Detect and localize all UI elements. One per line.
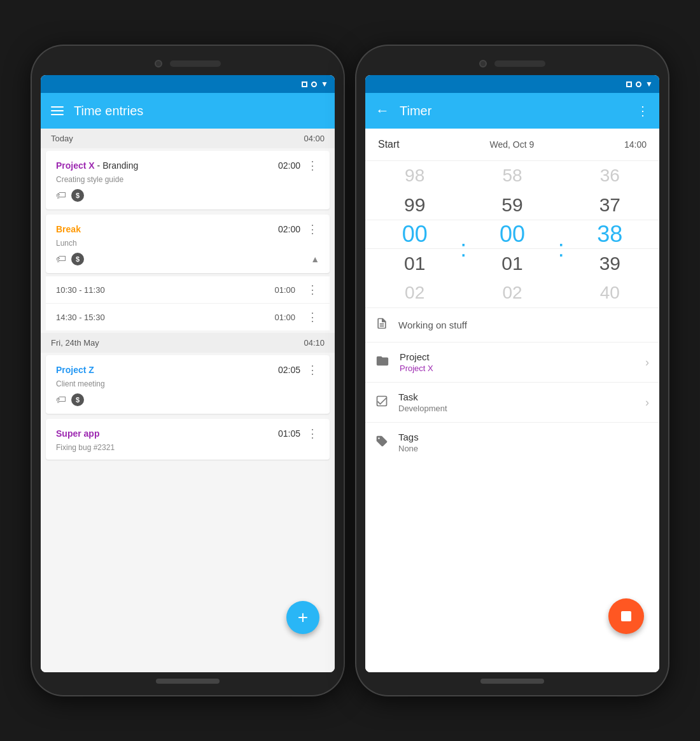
sub-entry-time-1: 10:30 - 11:30	[56, 285, 105, 295]
tag-icon-z: 🏷	[56, 394, 66, 406]
entry-row-break: Break 02:00 ⋮	[56, 222, 319, 236]
phone-2: ▼ ← Timer ⋮ Start Wed, Oct 9 14:00	[356, 46, 668, 695]
task-branding: Branding	[102, 160, 138, 171]
minutes-above2: 58	[469, 161, 555, 190]
sub-entry-more-2[interactable]: ⋮	[305, 310, 319, 324]
seconds-below2: 40	[567, 278, 653, 307]
billable-icon-1: $	[71, 189, 84, 202]
app-bar-title-1: Time entries	[74, 104, 325, 118]
task-icon	[375, 395, 388, 411]
status-square-icon-1	[302, 81, 307, 87]
status-circle-icon-1	[311, 81, 317, 87]
sub-entry-2[interactable]: 14:30 - 15:30 01:00 ⋮	[46, 303, 330, 330]
tags-row-value: None	[398, 444, 649, 453]
seconds-below1: 39	[567, 249, 653, 278]
date-total-today: 04:00	[304, 134, 325, 143]
entry-row-1: Project X - Branding 02:00 ⋮	[56, 159, 319, 173]
separator-2: :	[556, 206, 567, 262]
add-entry-fab[interactable]: +	[286, 601, 319, 634]
tags-row-label: Tags	[398, 432, 649, 442]
seconds-column[interactable]: 36 37 38 39 40	[567, 161, 653, 307]
home-bar-1	[156, 679, 220, 684]
date-label-friday: Fri, 24th May	[51, 338, 99, 348]
project-super-label: Super app	[56, 428, 99, 439]
timer-task-row[interactable]: Task Development ›	[365, 382, 659, 422]
note-text: Working on stuff	[398, 320, 649, 330]
billable-icon-break: $	[71, 253, 84, 265]
entry-desc-super: Fixing bug #2321	[56, 443, 319, 452]
hours-column[interactable]: 98 99 00 01 02	[372, 161, 458, 307]
menu-button[interactable]	[51, 106, 64, 115]
entry-more-break[interactable]: ⋮	[305, 222, 319, 236]
project-x-label: Project X	[56, 160, 95, 171]
project-row-value: Project X	[400, 363, 635, 373]
start-label: Start	[378, 139, 400, 150]
time-picker[interactable]: 98 99 00 01 02 : 58 59 00 01 02	[365, 161, 659, 307]
entry-desc-break: Lunch	[56, 239, 319, 248]
project-info: Project Project X	[400, 351, 635, 373]
minutes-column[interactable]: 58 59 00 01 02	[469, 161, 555, 307]
timer-more-button[interactable]: ⋮	[636, 103, 649, 118]
entry-title-super: Super app	[56, 428, 278, 439]
phone-1-bottom	[41, 679, 335, 684]
seconds-selected: 38	[567, 220, 653, 249]
date-header-friday: Fri, 24th May 04:10	[41, 333, 335, 353]
seconds-above1: 37	[567, 190, 653, 220]
folder-icon	[375, 354, 389, 371]
entry-row-super: Super app 01:05 ⋮	[56, 427, 319, 441]
entry-break[interactable]: Break 02:00 ⋮ Lunch 🏷 $ ▲	[46, 215, 330, 273]
app-bar-1: Time entries	[41, 93, 335, 129]
status-bar-1: ▼	[41, 75, 335, 93]
sub-entry-more-1[interactable]: ⋮	[305, 283, 319, 297]
status-wifi-icon-2: ▼	[645, 80, 653, 88]
project-row-label: Project	[400, 351, 635, 362]
start-date: Wed, Oct 9	[489, 139, 534, 150]
expand-icon-break[interactable]: ▲	[311, 254, 319, 264]
entry-title-1: Project X - Branding	[56, 160, 278, 171]
svg-rect-0	[377, 396, 387, 406]
note-icon	[375, 317, 388, 333]
entry-project-z[interactable]: Project Z 02:05 ⋮ Client meeting 🏷 $	[46, 355, 330, 414]
status-circle-icon-2	[636, 81, 641, 87]
hours-below2: 02	[372, 278, 458, 307]
seconds-above2: 36	[567, 161, 653, 190]
entry-title-z: Project Z	[56, 365, 278, 375]
timer-project-row[interactable]: Project Project X ›	[365, 342, 659, 382]
sub-entry-duration-1: 01:00	[274, 285, 295, 295]
stop-timer-fab[interactable]	[608, 598, 644, 634]
entry-desc-z: Client meeting	[56, 379, 319, 388]
timer-screen: Start Wed, Oct 9 14:00 98 99 00 01 02	[365, 129, 659, 672]
timer-tags-row[interactable]: Tags None	[365, 422, 659, 462]
app-bar-title-2: Timer	[400, 104, 626, 118]
project-chevron-icon: ›	[645, 356, 649, 369]
phone-1-top	[41, 57, 335, 70]
entry-more-z[interactable]: ⋮	[305, 363, 319, 377]
home-bar-2	[480, 679, 544, 684]
tags-icon	[375, 435, 388, 451]
entry-desc-1: Creating style guide	[56, 175, 319, 184]
entry-super-app[interactable]: Super app 01:05 ⋮ Fixing bug #2321	[46, 419, 330, 460]
date-total-friday: 04:10	[304, 338, 325, 348]
entry-more-super[interactable]: ⋮	[305, 427, 319, 441]
timer-note-row[interactable]: Working on stuff	[365, 307, 659, 342]
entry-more-1[interactable]: ⋮	[305, 159, 319, 173]
entry-title-break: Break	[56, 224, 278, 234]
billable-icon-z: $	[71, 393, 84, 406]
phone-2-bottom	[365, 679, 659, 684]
phone-1: ▼ Time entries Today 04:00	[32, 46, 344, 695]
back-button[interactable]: ←	[375, 102, 389, 119]
entry-tags-1: 🏷 $	[56, 189, 319, 202]
entry-separator-1: -	[97, 160, 103, 171]
entry-tags-break: 🏷 $ ▲	[56, 253, 319, 265]
task-row-label: Task	[398, 392, 635, 402]
stop-icon	[621, 611, 631, 621]
hours-above2: 98	[372, 161, 458, 190]
tag-icon-1: 🏷	[56, 190, 66, 201]
status-bar-2: ▼	[365, 75, 659, 93]
date-label-today: Today	[51, 134, 73, 143]
phone-2-top	[365, 57, 659, 70]
sub-entry-1[interactable]: 10:30 - 11:30 01:00 ⋮	[46, 276, 330, 303]
start-time: 14:00	[624, 139, 647, 150]
entry-project-x[interactable]: Project X - Branding 02:00 ⋮ Creating st…	[46, 151, 330, 209]
entry-time-break: 02:00	[278, 224, 300, 234]
